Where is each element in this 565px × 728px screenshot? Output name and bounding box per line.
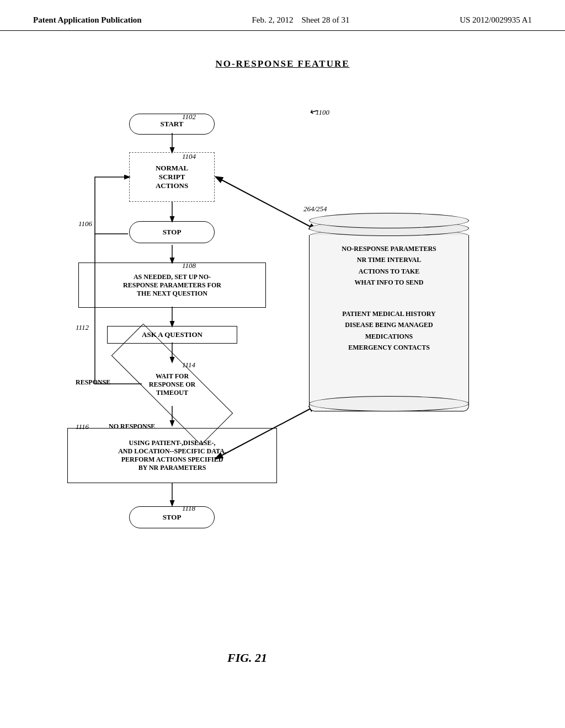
stop1-node: STOP [129, 221, 215, 243]
main-content: NO-RESPONSE FEATURE [0, 31, 565, 687]
normal-script-node: NORMAL SCRIPT ACTIONS [129, 152, 215, 202]
ref-264-254: 264/254 [303, 205, 327, 213]
ref-1112: 1112 [76, 323, 89, 332]
start-node: START [129, 114, 215, 135]
header-sheet: Sheet 28 of 31 [301, 15, 349, 24]
stop2-node: STOP [129, 506, 215, 528]
response-label: RESPONSE [76, 378, 110, 387]
diagram-title: NO-RESPONSE FEATURE [33, 58, 532, 69]
flowchart: 1100 ↙ 1102 START 1104 NORMAL SCRIPT ACT… [45, 92, 520, 671]
perform-node: USING PATIENT-,DISEASE-, AND LOCATION--S… [67, 428, 277, 483]
db-text: NO-RESPONSE PARAMETERS NR TIME INTERVAL … [309, 243, 469, 354]
header-date: Feb. 2, 2012 [252, 15, 293, 24]
header-right: US 2012/0029935 A1 [460, 15, 532, 25]
wait-diamond: WAIT FOR RESPONSE OR TIMEOUT [109, 362, 236, 407]
header-left: Patent Application Publication [33, 15, 142, 25]
svg-line-7 [216, 177, 316, 229]
setup-node: AS NEEDED, SET UP NO- RESPONSE PARAMETER… [78, 263, 266, 308]
header-center: Feb. 2, 2012 Sheet 28 of 31 [252, 15, 349, 25]
figure-label: FIG. 21 [227, 651, 267, 665]
database-cylinder: NO-RESPONSE PARAMETERS NR TIME INTERVAL … [309, 213, 469, 411]
ref-1106: 1106 [78, 220, 92, 228]
page-header: Patent Application Publication Feb. 2, 2… [0, 0, 565, 31]
